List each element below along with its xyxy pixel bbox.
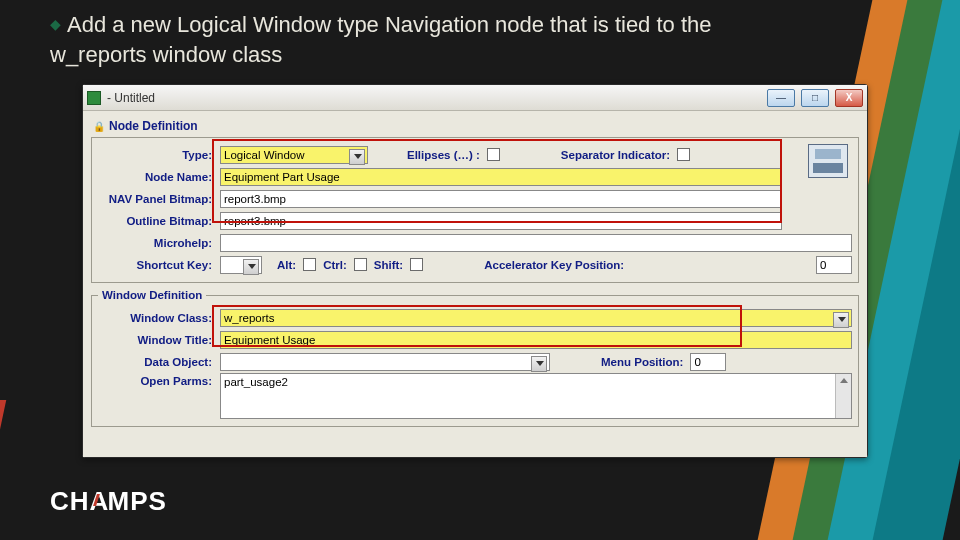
window-body: Node Definition Type: Logical Window Ell…	[83, 111, 867, 457]
slide-bullet: ◆Add a new Logical Window type Navigatio…	[50, 10, 800, 69]
node-name-field[interactable]: Equipment Part Usage	[220, 168, 782, 186]
nav-bitmap-field[interactable]: report3.bmp	[220, 190, 782, 208]
data-object-dropdown[interactable]	[220, 353, 550, 371]
champs-logo: CHMPS	[50, 488, 167, 514]
window-definition-group: Window Definition Window Class: w_report…	[91, 289, 859, 427]
window-title-label: Window Title:	[98, 334, 216, 346]
ellipses-checkbox[interactable]	[487, 148, 500, 161]
alt-label: Alt:	[274, 259, 299, 271]
type-dropdown[interactable]: Logical Window	[220, 146, 368, 164]
node-name-label: Node Name:	[98, 171, 216, 183]
shift-label: Shift:	[371, 259, 406, 271]
node-definition-window: - Untitled — □ X Node Definition Type: L…	[82, 84, 868, 458]
window-class-dropdown[interactable]: w_reports	[220, 309, 852, 327]
open-parms-textarea[interactable]: part_usage2	[220, 373, 852, 419]
alt-checkbox[interactable]	[303, 258, 316, 271]
outline-bitmap-label: Outline Bitmap:	[98, 215, 216, 227]
outline-bitmap-field[interactable]: report3.bmp	[220, 212, 782, 230]
scrollbar[interactable]	[835, 374, 851, 418]
titlebar[interactable]: - Untitled — □ X	[83, 85, 867, 111]
bullet-diamond-icon: ◆	[50, 15, 61, 34]
microhelp-label: Microhelp:	[98, 237, 216, 249]
ellipses-label: Ellipses (…) :	[404, 149, 483, 161]
shortcut-key-dropdown[interactable]	[220, 256, 262, 274]
ctrl-checkbox[interactable]	[354, 258, 367, 271]
window-class-label: Window Class:	[98, 312, 216, 324]
separator-label: Separator Indicator:	[558, 149, 673, 161]
close-button[interactable]: X	[835, 89, 863, 107]
data-object-label: Data Object:	[98, 356, 216, 368]
accelerator-label: Accelerator Key Position:	[481, 259, 627, 271]
bullet-text: Add a new Logical Window type Navigation…	[50, 12, 712, 67]
microhelp-field[interactable]	[220, 234, 852, 252]
nav-bitmap-label: NAV Panel Bitmap:	[98, 193, 216, 205]
open-parms-label: Open Parms:	[98, 373, 216, 387]
menu-position-field[interactable]: 0	[690, 353, 726, 371]
minimize-button[interactable]: —	[767, 89, 795, 107]
window-definition-legend: Window Definition	[98, 289, 206, 301]
node-definition-group: Type: Logical Window Ellipses (…) : Sepa…	[91, 137, 859, 283]
type-label: Type:	[98, 149, 216, 161]
app-icon	[87, 91, 101, 105]
window-title-field[interactable]: Equipment Usage	[220, 331, 852, 349]
bg-stripe	[0, 400, 6, 540]
maximize-button[interactable]: □	[801, 89, 829, 107]
printer-icon[interactable]	[808, 144, 848, 178]
shift-checkbox[interactable]	[410, 258, 423, 271]
separator-checkbox[interactable]	[677, 148, 690, 161]
accelerator-position-field[interactable]: 0	[816, 256, 852, 274]
window-title: - Untitled	[107, 91, 761, 105]
menu-position-label: Menu Position:	[598, 356, 686, 368]
ctrl-label: Ctrl:	[320, 259, 350, 271]
node-definition-heading: Node Definition	[91, 115, 859, 137]
shortcut-key-label: Shortcut Key:	[98, 259, 216, 271]
